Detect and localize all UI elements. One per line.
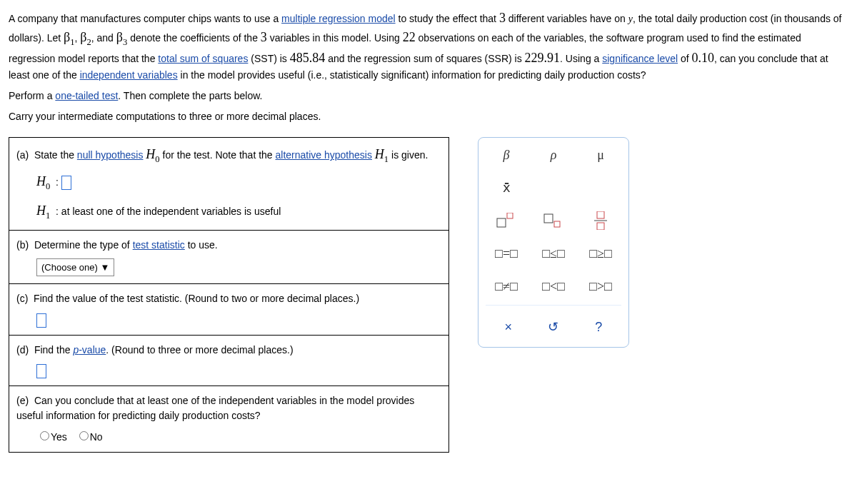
- link-independent-variables[interactable]: independent variables: [80, 69, 178, 81]
- palette-le[interactable]: □≤□: [536, 245, 571, 262]
- link-alt-hypothesis[interactable]: alternative hypothesis: [276, 149, 372, 161]
- part-a: (a) State the null hypothesis H0 for the…: [9, 138, 448, 229]
- palette-eq[interactable]: □=□: [489, 245, 523, 262]
- palette-help-button[interactable]: ?: [584, 316, 613, 338]
- palette-reset-button[interactable]: ↺: [539, 316, 568, 338]
- palette-fraction[interactable]: [583, 212, 618, 229]
- svg-rect-6: [597, 223, 604, 230]
- svg-rect-1: [507, 213, 513, 218]
- palette-ne[interactable]: □≠□: [489, 278, 523, 295]
- palette-subscript[interactable]: [536, 212, 571, 229]
- part-e-label: (e): [16, 395, 29, 406]
- palette-beta[interactable]: β: [489, 146, 523, 163]
- link-p-value[interactable]: p-value: [73, 344, 106, 356]
- question-box: (a) State the null hypothesis H0 for the…: [9, 137, 449, 453]
- palette-ge[interactable]: □≥□: [583, 245, 618, 262]
- p-value-input[interactable]: [36, 364, 46, 378]
- symbol-palette: β ρ μ x̄ □=□ □≤□ □≥□ □≠□ □<□ □>□ × ↺: [478, 137, 629, 348]
- part-e: (e) Can you conclude that at least one o…: [9, 385, 448, 452]
- palette-clear-button[interactable]: ×: [494, 316, 523, 338]
- radio-no[interactable]: No: [76, 431, 103, 443]
- part-c: (c) Find the value of the test statistic…: [9, 283, 448, 334]
- problem-paragraph-2: Perform a one-tailed test. Then complete…: [9, 89, 848, 104]
- h0-input[interactable]: [61, 176, 71, 190]
- problem-paragraph-3: Carry your intermediate computations to …: [9, 109, 848, 124]
- palette-gt[interactable]: □>□: [583, 278, 618, 295]
- part-d-label: (d): [16, 344, 29, 356]
- link-significance-level[interactable]: significance level: [602, 53, 678, 64]
- palette-mu[interactable]: μ: [583, 146, 618, 163]
- link-total-sum-squares[interactable]: total sum of squares: [158, 53, 248, 64]
- palette-xbar[interactable]: x̄: [489, 179, 523, 196]
- svg-rect-4: [597, 211, 604, 218]
- test-statistic-select[interactable]: (Choose one) ▼: [36, 258, 114, 277]
- part-c-label: (c): [16, 293, 28, 304]
- svg-rect-0: [497, 218, 506, 227]
- radio-yes[interactable]: Yes: [36, 431, 67, 443]
- palette-superscript[interactable]: [489, 212, 523, 229]
- svg-rect-2: [544, 214, 553, 223]
- part-b-label: (b): [16, 239, 29, 251]
- svg-rect-3: [554, 221, 560, 227]
- part-d: (d) Find the p-value. (Round to three or…: [9, 335, 448, 385]
- link-test-statistic[interactable]: test statistic: [133, 239, 185, 251]
- palette-lt[interactable]: □<□: [536, 278, 571, 295]
- problem-paragraph-1: A company that manufactures computer chi…: [9, 9, 848, 83]
- part-a-label: (a): [16, 149, 29, 161]
- link-multiple-regression[interactable]: multiple regression model: [281, 13, 396, 24]
- link-null-hypothesis[interactable]: null hypothesis: [77, 149, 144, 161]
- part-b: (b) Determine the type of test statistic…: [9, 230, 448, 284]
- test-statistic-input[interactable]: [36, 313, 46, 328]
- h1-text: at least one of the independent variable…: [61, 206, 281, 217]
- palette-rho[interactable]: ρ: [536, 146, 571, 163]
- link-one-tailed-test[interactable]: one-tailed test: [55, 90, 118, 101]
